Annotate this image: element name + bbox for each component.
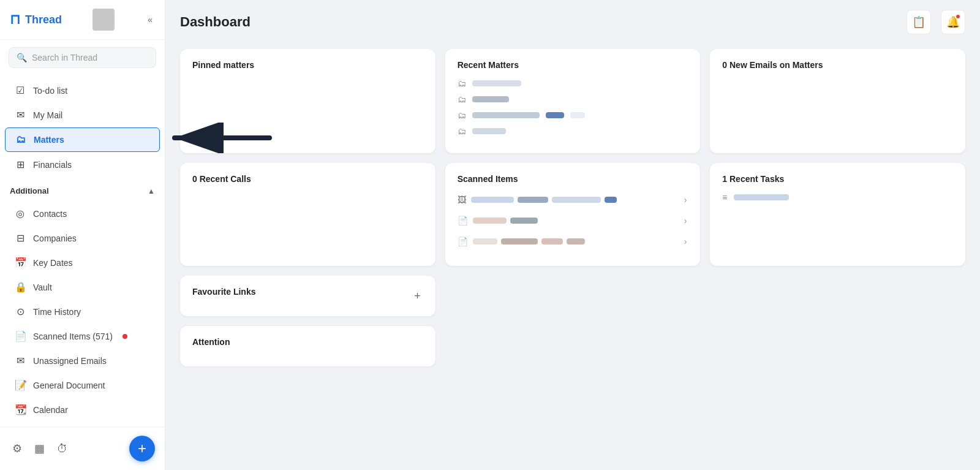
bar-group (471, 197, 678, 203)
bar-group (473, 218, 678, 224)
matter-icon: 🗂 (458, 110, 466, 120)
nav-section: ☑ To-do list ✉ My Mail 🗂 Matters ⊞ Finan… (0, 75, 165, 426)
sidebar-item-label: Time History (33, 307, 81, 317)
scanned-items-card: Scanned Items 🖼 › 📄 › (445, 163, 701, 266)
logo-icon: ⊓ (10, 12, 20, 28)
sidebar-item-label: Matters (34, 135, 64, 145)
recent-tasks-card: 1 Recent Tasks ≡ (710, 163, 965, 266)
recent-matters-card: Recent Matters 🗂 🗂 🗂 🗂 (445, 49, 701, 153)
main-header: Dashboard 📋 🔔 (165, 0, 980, 44)
new-emails-title: 0 New Emails on Matters (722, 60, 953, 70)
sidebar-item-label: Contacts (33, 209, 67, 219)
sidebar: ⊓ Thread « 🔍 Search in Thread ☑ To-do li… (0, 0, 165, 470)
header-actions: 📋 🔔 (907, 10, 965, 34)
scanned-item-icon: 🖼 (458, 195, 466, 205)
sidebar-item-label: Companies (33, 233, 77, 243)
unassigned-emails-icon: ✉ (15, 355, 26, 366)
time-history-icon: ⊙ (15, 306, 26, 317)
key-dates-icon: 📅 (15, 257, 26, 268)
sidebar-item-companies[interactable]: ⊟ Companies (5, 226, 160, 250)
fab-add-button[interactable]: + (129, 436, 155, 461)
page-title: Dashboard (180, 14, 251, 30)
sidebar-item-label: Vault (33, 282, 52, 292)
scanned-row: 📄 › (458, 234, 688, 249)
scanned-items-badge (123, 334, 127, 339)
recent-calls-title: 0 Recent Calls (192, 174, 423, 184)
search-box[interactable]: 🔍 Search in Thread (9, 47, 156, 68)
logo-text: Thread (25, 13, 62, 26)
matter-row: 🗂 (458, 78, 688, 88)
contacts-icon: ◎ (15, 208, 26, 219)
favourite-links-card: Favourite Links + (180, 276, 435, 316)
sidebar-item-label: To-do list (33, 86, 67, 96)
scanned-row: 📄 › (458, 213, 688, 228)
settings-button[interactable]: ⚙ (10, 439, 24, 458)
matter-icon: 🗂 (458, 126, 466, 136)
sidebar-item-label: Unassigned Emails (33, 356, 107, 366)
sidebar-item-todo[interactable]: ☑ To-do list (5, 78, 160, 102)
notification-button[interactable]: 🔔 (941, 10, 965, 34)
sidebar-item-label: Key Dates (33, 258, 73, 268)
mail-icon: ✉ (15, 109, 26, 121)
sidebar-footer: ⚙ ▦ ⏱ + (0, 426, 165, 470)
fav-links-title: Favourite Links (192, 287, 255, 297)
sidebar-item-label: My Mail (33, 110, 62, 120)
companies-icon: ⊟ (15, 232, 26, 244)
scanned-row-chevron[interactable]: › (683, 237, 688, 246)
sidebar-item-label: General Document (33, 381, 105, 390)
sidebar-item-general-document[interactable]: 📝 General Document (5, 373, 160, 397)
matter-row: 🗂 (458, 94, 688, 104)
time-button[interactable]: ⏱ (55, 440, 70, 458)
sidebar-item-label: Scanned Items (571) (33, 332, 113, 341)
chevron-up-icon: ▲ (148, 187, 155, 195)
logo-area: ⊓ Thread (10, 12, 62, 28)
general-doc-icon: 📝 (15, 379, 26, 391)
main-content: Dashboard 📋 🔔 Pinned matters Recent Matt… (165, 0, 980, 470)
sidebar-item-scanned-items[interactable]: 📄 Scanned Items (571) (5, 324, 160, 348)
scanned-row-chevron[interactable]: › (683, 195, 688, 205)
calendar-icon: 📆 (15, 404, 26, 415)
collapse-button[interactable]: « (145, 13, 155, 26)
sidebar-item-vault[interactable]: 🔒 Vault (5, 275, 160, 299)
task-row: ≡ (722, 192, 953, 202)
todo-icon: ☑ (15, 85, 26, 96)
financials-icon: ⊞ (15, 159, 26, 170)
bar-group (473, 238, 678, 244)
notification-dot (956, 14, 960, 19)
scanned-item-icon: 📄 (458, 237, 468, 246)
matter-row: 🗂 (458, 110, 688, 120)
grid-button[interactable]: ▦ (32, 439, 47, 458)
scanned-row-chevron[interactable]: › (683, 216, 688, 226)
sidebar-item-calendar[interactable]: 📆 Calendar (5, 398, 160, 422)
sidebar-item-contacts[interactable]: ◎ Contacts (5, 202, 160, 226)
scanned-items-icon: 📄 (15, 330, 26, 342)
calendar-header-icon: 📋 (912, 15, 925, 29)
matter-icon: 🗂 (458, 94, 466, 104)
recent-tasks-title: 1 Recent Tasks (722, 174, 953, 184)
fav-links-add-button[interactable]: + (412, 290, 423, 303)
scanned-row: 🖼 › (458, 192, 688, 207)
sidebar-item-financials[interactable]: ⊞ Financials (5, 153, 160, 176)
attention-card: Attention (180, 326, 435, 366)
vault-icon: 🔒 (15, 281, 26, 293)
sidebar-item-matters[interactable]: 🗂 Matters (5, 127, 160, 152)
matter-row: 🗂 (458, 126, 688, 136)
search-placeholder: Search in Thread (32, 53, 97, 63)
sidebar-item-mail[interactable]: ✉ My Mail (5, 103, 160, 127)
sidebar-header: ⊓ Thread « (0, 0, 165, 40)
additional-section-header: Additional ▲ (0, 181, 165, 200)
sidebar-item-key-dates[interactable]: 📅 Key Dates (5, 251, 160, 275)
matter-icon: 🗂 (458, 78, 466, 88)
fav-links-title-row: Favourite Links + (192, 287, 423, 305)
dashboard-grid: Pinned matters Recent Matters 🗂 🗂 🗂 🗂 (165, 44, 980, 391)
matters-icon: 🗂 (15, 134, 26, 145)
scanned-items-title: Scanned Items (458, 174, 688, 184)
recent-matters-title: Recent Matters (458, 60, 688, 70)
additional-section-title: Additional (10, 186, 49, 195)
calendar-header-button[interactable]: 📋 (907, 10, 931, 34)
sidebar-item-unassigned-emails[interactable]: ✉ Unassigned Emails (5, 349, 160, 373)
scanned-item-icon: 📄 (458, 216, 468, 226)
search-icon: 🔍 (17, 53, 27, 63)
attention-title: Attention (192, 337, 423, 347)
sidebar-item-time-history[interactable]: ⊙ Time History (5, 300, 160, 324)
